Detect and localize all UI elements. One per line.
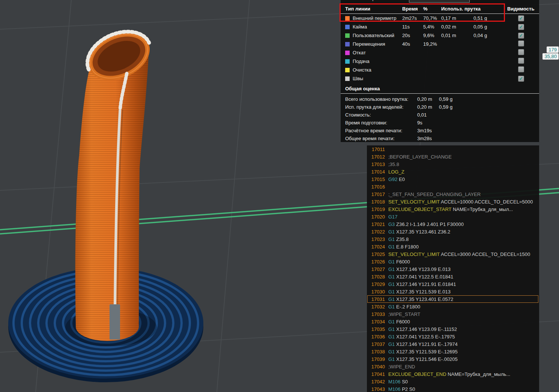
gcode-line-number: 17015 xyxy=(368,177,385,182)
gcode-line[interactable]: 17015G92 E0 xyxy=(367,175,539,183)
visibility-cell xyxy=(518,66,539,73)
line-type-label: Очистка xyxy=(353,67,402,73)
layer-indicator[interactable]: 179 35,80 xyxy=(542,46,559,60)
gcode-token-com: ;35.8 xyxy=(388,162,399,167)
gcode-line-number: 17016 xyxy=(368,184,385,190)
gcode-line[interactable]: 17019EXCLUDE_OBJECT_START NAME=Трубка_дл… xyxy=(367,205,539,213)
chevron-down-icon: ▾ xyxy=(464,0,467,1)
gcode-line-text: G1 E.8 F1800 xyxy=(388,244,419,250)
gcode-line[interactable]: 17016 xyxy=(367,183,539,190)
visibility-cell xyxy=(518,40,539,48)
visibility-checkbox[interactable] xyxy=(518,58,524,64)
gcode-token-txt: Z36.2 I-1.149 J.401 P1 F30000 xyxy=(395,221,464,227)
gcode-token-com: ;_SET_FAN_SPEED_CHANGING_LAYER xyxy=(388,192,481,197)
gcode-line-number: 17042 xyxy=(368,379,385,385)
visibility-checkbox[interactable]: ✓ xyxy=(518,24,524,30)
visibility-checkbox[interactable]: ✓ xyxy=(518,76,524,82)
gcode-line[interactable]: 17012;BEFORE_LAYER_CHANGE xyxy=(367,153,539,160)
gcode-line[interactable]: 17037G1 X127.146 Y121.91 E-.17974 xyxy=(367,340,539,348)
gcode-token-cmd: G1 xyxy=(388,289,395,295)
gcode-line[interactable]: 17027G1 X127.146 Y123.09 E.013 xyxy=(367,265,539,273)
line-type-color-swatch xyxy=(345,16,350,21)
gcode-line[interactable]: 17038G1 X127.35 Y121.539 E-.12695 xyxy=(367,348,539,355)
gcode-line[interactable]: 17042M106 S0 xyxy=(367,378,539,385)
gcode-line[interactable]: 17036G1 X127.041 Y122.5 E-.17975 xyxy=(367,333,539,340)
legend-row: Подача xyxy=(341,57,539,66)
gcode-line[interactable]: 17033;WIPE_START xyxy=(367,310,539,318)
line-type-dropdown-value: Тип линий xyxy=(412,0,436,1)
gcode-line-text: G1 X127.35 Y123.401 E.0572 xyxy=(388,296,453,302)
gcode-line-text: G1 F6000 xyxy=(388,319,410,325)
gcode-line-number: 17018 xyxy=(368,199,385,205)
visibility-checkbox[interactable]: ✓ xyxy=(518,15,524,21)
gcode-line-text: ;_SET_FAN_SPEED_CHANGING_LAYER xyxy=(388,192,481,197)
visibility-checkbox[interactable] xyxy=(518,49,524,55)
visibility-checkbox[interactable]: ✓ xyxy=(518,33,524,39)
estimate-row: Исп. прутка для моделей:0,20 m0,59 g xyxy=(341,103,539,111)
gcode-token-txt: ACCEL=3000 ACCEL_TO_DECEL=1500 xyxy=(440,251,530,257)
gcode-line[interactable]: 17024G1 E.8 F1800 xyxy=(367,243,539,250)
gcode-line[interactable]: 17028G1 X127.041 Y122.5 E.01841 xyxy=(367,273,539,280)
gcode-line-text: ;WIPE_START xyxy=(388,311,420,317)
gcode-line[interactable]: 17020G17 xyxy=(367,213,539,220)
line-type-label: Пользовательский xyxy=(353,33,402,38)
gcode-line[interactable]: 17035G1 X127.146 Y123.09 E-.11152 xyxy=(367,325,539,333)
gcode-token-mac: EXCLUDE_OBJECT_END xyxy=(388,371,446,377)
gcode-line-number: 17034 xyxy=(368,319,385,325)
gcode-line[interactable]: 17018SET_VELOCITY_LIMIT ACCEL=10000 ACCE… xyxy=(367,198,539,205)
estimate-value-1: 0,20 m xyxy=(417,96,439,102)
line-time: 40s xyxy=(402,41,423,47)
viewport-3d[interactable]: Цветовая схема Тип линий ▾ Тип линии Вре… xyxy=(0,0,559,392)
legend-row: Очистка xyxy=(341,66,539,74)
gcode-line[interactable]: 17040;WIPE_END xyxy=(367,363,539,370)
gcode-token-cmd: G1 xyxy=(388,244,395,250)
gcode-token-txt: E-.2 F1800 xyxy=(395,304,420,310)
gcode-line[interactable]: 17022G1 X127.35 Y123.461 Z36.2 xyxy=(367,228,539,235)
line-filament-weight: 0,51 g xyxy=(473,15,507,21)
gcode-line[interactable]: 17014LOG_Z xyxy=(367,168,539,175)
gcode-line-number: 17025 xyxy=(368,251,385,257)
gcode-line[interactable]: 17013;35.8 xyxy=(367,160,539,168)
estimate-value-1: 0,20 m xyxy=(417,104,439,110)
legend-panel: Цветовая схема Тип линий ▾ Тип линии Вре… xyxy=(341,0,539,142)
gcode-token-com: ;WIPE_END xyxy=(388,364,415,370)
line-type-dropdown[interactable]: Тип линий ▾ xyxy=(409,0,470,3)
gcode-line-number: 17029 xyxy=(368,281,385,287)
gcode-token-txt: X127.35 Y121.546 E-.00205 xyxy=(395,356,457,362)
gcode-line-number: 17019 xyxy=(368,206,385,212)
gcode-line-text: G1 Z35.8 xyxy=(388,236,409,242)
gcode-line-number: 17033 xyxy=(368,311,385,317)
gcode-line-number: 17027 xyxy=(368,266,385,272)
gcode-line[interactable]: 17025SET_VELOCITY_LIMIT ACCEL=3000 ACCEL… xyxy=(367,250,539,258)
line-filament-length: 0,02 m xyxy=(441,24,473,30)
estimate-row: Общее время печати:3m28s xyxy=(341,135,539,142)
visibility-checkbox[interactable] xyxy=(518,40,524,46)
gcode-line[interactable]: 17021G3 Z36.2 I-1.149 J.401 P1 F30000 xyxy=(367,220,539,228)
gcode-line[interactable]: 17031G1 X127.35 Y123.401 E.0572 xyxy=(367,295,539,303)
gcode-line[interactable]: 17026G1 F6000 xyxy=(367,258,539,265)
gcode-line[interactable]: 17023G1 Z35.8 xyxy=(367,235,539,243)
gcode-line-text: SET_VELOCITY_LIMIT ACCEL=10000 ACCEL_TO_… xyxy=(388,199,533,205)
line-type-label: Подача xyxy=(353,58,402,64)
gcode-token-txt: ACCEL=10000 ACCEL_TO_DECEL=5000 xyxy=(440,199,533,205)
gcode-line[interactable]: 17041EXCLUDE_OBJECT_END NAME=Трубка_для_… xyxy=(367,370,539,378)
gcode-line[interactable]: 17029G1 X127.146 Y121.91 E.01841 xyxy=(367,280,539,288)
line-type-label: Швы xyxy=(353,76,402,81)
visibility-cell xyxy=(518,58,539,65)
color-scheme-label: Цветовая схема xyxy=(370,0,406,1)
gcode-line[interactable]: 17039G1 X127.35 Y121.546 E-.00205 xyxy=(367,355,539,363)
line-filament-length: 0,01 m xyxy=(441,33,473,38)
gcode-viewer[interactable]: 1701117012;BEFORE_LAYER_CHANGE17013;35.8… xyxy=(367,145,539,392)
gcode-line[interactable]: 17030G1 X127.35 Y121.539 E.013 xyxy=(367,288,539,295)
gcode-token-mac: SET_VELOCITY_LIMIT xyxy=(388,199,440,205)
gcode-token-cmd: G1 xyxy=(388,341,395,347)
gcode-line[interactable]: 17011 xyxy=(367,145,539,153)
gcode-line[interactable]: 17043M106 P2 S0 xyxy=(367,385,539,392)
gcode-line[interactable]: 17017;_SET_FAN_SPEED_CHANGING_LAYER xyxy=(367,190,539,198)
gcode-token-txt: S0 xyxy=(401,379,408,385)
gcode-token-txt: NAME=Трубка_для_мыл... xyxy=(451,206,513,212)
estimate-label: Стоимость: xyxy=(345,112,417,118)
visibility-checkbox[interactable] xyxy=(518,66,524,72)
gcode-line[interactable]: 17032G1 E-.2 F1800 xyxy=(367,303,539,310)
gcode-line[interactable]: 17034G1 F6000 xyxy=(367,318,539,325)
